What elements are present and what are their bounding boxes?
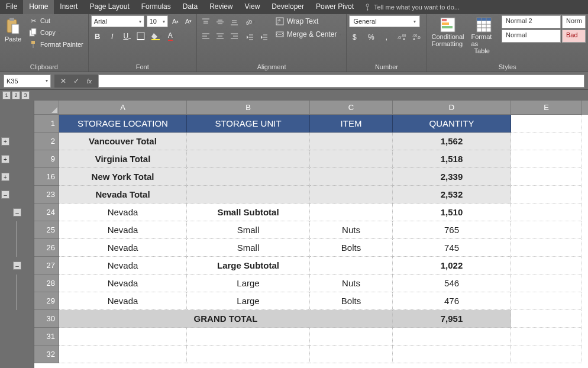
- cell[interactable]: Small: [187, 221, 310, 239]
- cell[interactable]: [187, 186, 310, 204]
- align-left-button[interactable]: [199, 30, 212, 43]
- cell[interactable]: 1,510: [393, 204, 511, 221]
- copy-button[interactable]: Copy ▾: [26, 27, 86, 38]
- cell[interactable]: 2,532: [393, 186, 511, 204]
- format-as-table-button[interactable]: Format as Table ▾: [469, 15, 500, 56]
- paste-button[interactable]: Paste ▾: [2, 15, 24, 49]
- outline-level-3[interactable]: 3: [21, 91, 30, 99]
- wrap-text-button[interactable]: abc Wrap Text: [273, 15, 344, 27]
- col-header-d[interactable]: D: [393, 101, 511, 115]
- cell[interactable]: Nevada: [59, 257, 187, 275]
- format-painter-button[interactable]: Format Painter: [26, 39, 86, 50]
- cell[interactable]: Small Subtotal: [187, 204, 310, 221]
- outline-level-2[interactable]: 2: [12, 91, 20, 99]
- cell[interactable]: Nevada: [59, 292, 187, 310]
- font-size-select[interactable]: 10 ▾: [147, 15, 168, 27]
- cell[interactable]: Large: [187, 292, 310, 310]
- cell[interactable]: New York Total: [59, 168, 187, 186]
- row-header[interactable]: 28: [34, 275, 59, 292]
- outline-expand-button[interactable]: +: [1, 155, 9, 163]
- cell[interactable]: [511, 328, 582, 346]
- cell[interactable]: 765: [393, 221, 511, 239]
- cell[interactable]: Nuts: [310, 275, 393, 292]
- tab-formulas[interactable]: Formulas: [135, 0, 177, 14]
- decrease-decimal-button[interactable]: .00.0: [411, 31, 424, 44]
- outline-collapse-button[interactable]: –: [13, 208, 21, 217]
- cell[interactable]: [511, 346, 582, 363]
- cell[interactable]: [511, 221, 582, 239]
- cell[interactable]: [310, 168, 393, 186]
- cell[interactable]: 745: [393, 239, 511, 257]
- cell[interactable]: 1,562: [393, 133, 511, 150]
- name-box[interactable]: K35 ▾: [4, 75, 51, 88]
- cell[interactable]: Nevada: [59, 275, 187, 292]
- cell[interactable]: [310, 204, 393, 221]
- cell[interactable]: [511, 115, 582, 133]
- cell[interactable]: Bolts: [310, 292, 393, 310]
- cell[interactable]: 2,339: [393, 168, 511, 186]
- font-color-button[interactable]: A▾: [165, 30, 178, 43]
- style-normal2[interactable]: Normal 2: [502, 15, 561, 28]
- tab-review[interactable]: Review: [203, 0, 238, 14]
- row-header[interactable]: 30: [34, 310, 59, 328]
- cell[interactable]: QUANTITY: [393, 115, 511, 133]
- cell[interactable]: 7,951: [393, 310, 511, 328]
- cell[interactable]: Virginia Total: [59, 150, 187, 168]
- currency-button[interactable]: $▾: [349, 31, 362, 44]
- cell[interactable]: Large: [187, 275, 310, 292]
- cell[interactable]: 1,022: [393, 257, 511, 275]
- fx-button[interactable]: fx: [84, 76, 95, 86]
- cell[interactable]: Nevada Total: [59, 186, 187, 204]
- row-header[interactable]: 16: [34, 168, 59, 186]
- style-normal[interactable]: Normal: [502, 30, 561, 43]
- col-header-b[interactable]: B: [187, 101, 310, 115]
- outline-expand-button[interactable]: +: [1, 173, 9, 181]
- comma-button[interactable]: ,: [380, 31, 393, 44]
- col-header-a[interactable]: A: [59, 101, 187, 115]
- cell[interactable]: ITEM: [310, 115, 393, 133]
- cell[interactable]: [511, 150, 582, 168]
- cell[interactable]: 1,518: [393, 150, 511, 168]
- increase-decimal-button[interactable]: .0.00: [395, 31, 408, 44]
- outline-collapse-button[interactable]: –: [1, 191, 9, 199]
- cell[interactable]: STORAGE UNIT: [187, 115, 310, 133]
- tab-view[interactable]: View: [239, 0, 266, 14]
- cell[interactable]: [511, 186, 582, 204]
- row-header[interactable]: 1: [34, 115, 59, 133]
- tab-data[interactable]: Data: [177, 0, 203, 14]
- tab-power-pivot[interactable]: Power Pivot: [310, 0, 360, 14]
- percent-button[interactable]: %: [364, 31, 377, 44]
- cell[interactable]: STORAGE LOCATION: [59, 115, 187, 133]
- tab-home[interactable]: Home: [23, 0, 54, 14]
- cut-button[interactable]: ✂ Cut: [26, 15, 86, 26]
- grid[interactable]: A B C D E 1STORAGE LOCATIONSTORAGE UNITI…: [34, 101, 588, 368]
- cell[interactable]: Bolts: [310, 239, 393, 257]
- cell[interactable]: [187, 150, 310, 168]
- tab-insert[interactable]: Insert: [54, 0, 83, 14]
- cell[interactable]: Large Subtotal: [187, 257, 310, 275]
- cell[interactable]: [59, 328, 187, 346]
- cell[interactable]: [310, 346, 393, 363]
- cell[interactable]: [310, 186, 393, 204]
- cell[interactable]: Nevada: [59, 239, 187, 257]
- tab-file[interactable]: File: [0, 0, 23, 14]
- align-top-button[interactable]: [199, 15, 212, 28]
- row-header[interactable]: 31: [34, 328, 59, 346]
- row-header[interactable]: 25: [34, 221, 59, 239]
- increase-indent-button[interactable]: [257, 31, 270, 44]
- cell[interactable]: [511, 257, 582, 275]
- outline-expand-button[interactable]: +: [1, 137, 9, 146]
- fill-color-button[interactable]: ▾: [150, 30, 163, 43]
- row-header[interactable]: 23: [34, 186, 59, 204]
- cell[interactable]: 476: [393, 292, 511, 310]
- border-button[interactable]: ▾: [135, 30, 148, 43]
- cell[interactable]: [393, 346, 511, 363]
- align-bottom-button[interactable]: [228, 15, 241, 28]
- cell[interactable]: [310, 133, 393, 150]
- cell[interactable]: [59, 346, 187, 363]
- decrease-font-button[interactable]: A▾: [183, 16, 194, 27]
- cell[interactable]: [511, 275, 582, 292]
- outline-collapse-button[interactable]: –: [13, 262, 21, 270]
- cell[interactable]: [511, 133, 582, 150]
- cell[interactable]: [187, 346, 310, 363]
